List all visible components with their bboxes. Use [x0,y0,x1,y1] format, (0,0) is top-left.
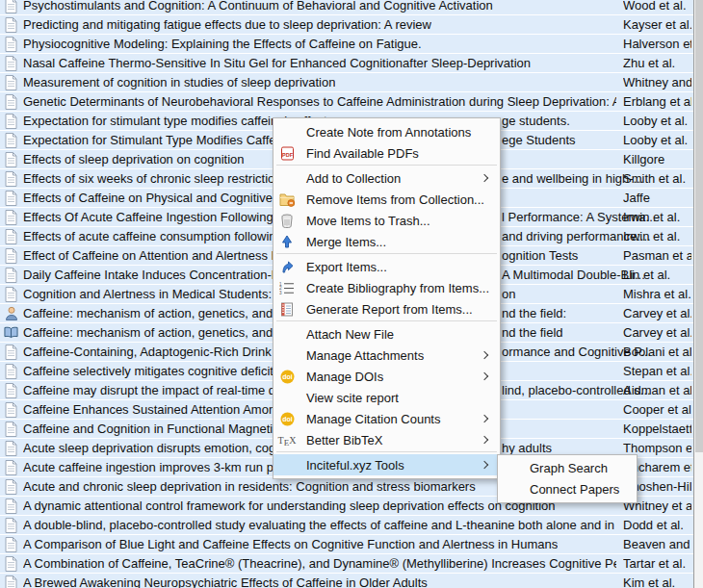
menu-item-attach-new-file[interactable]: Attach New File [273,323,500,345]
article-icon [4,287,18,302]
item-title-tail: ognition Tests [502,246,578,265]
item-creator: Carvey et al. [623,323,691,342]
item-title: Psychostimulants and Cognition: A Contin… [23,0,493,14]
menu-item-remove-items-from-collection[interactable]: Remove Items from Collection... [273,189,500,210]
list-item[interactable]: A Combination of Caffeine, TeaCrine® (Th… [0,554,693,573]
list-item[interactable]: Psychostimulants and Cognition: A Contin… [0,0,693,14]
article-icon [4,364,18,379]
article-icon [4,441,18,456]
article-icon [4,556,18,572]
submenu-arrow-icon [482,437,487,443]
item-creator: Looby et al. [623,112,691,130]
item-creator: Lin et al. [623,266,691,284]
item-title: Predicting and mitigating fatigue effect… [23,15,431,34]
doi-icon: doi [277,409,297,428]
menu-item-better-bibtex[interactable]: TEX Better BibTeX [273,429,500,450]
item-creator: Killgore [623,150,691,168]
menu-item-create-note-from-annotations[interactable]: Create Note from Annotations [273,121,500,142]
item-title: Measurement of cognition in studies of s… [23,73,335,91]
bibliography-icon: 123 [277,278,297,297]
item-creator: Jaffe [623,189,691,207]
article-icon [4,171,18,187]
no-icon [277,122,297,141]
item-creator: Carvey et al. [623,304,691,322]
item-creator: Dodd et al. [623,516,691,534]
article-icon [4,114,18,129]
list-item[interactable]: A double-blind, placebo-controlled study… [0,516,693,534]
article-icon [4,422,18,437]
article-icon [4,229,18,244]
no-icon [277,168,297,188]
report-icon [277,299,297,319]
menu-item-merge-items[interactable]: Merge Items... [273,231,500,252]
menu-item-move-items-to-trash[interactable]: Move Items to Trash... [273,210,500,231]
list-item[interactable]: Nasal Caffeine Thermo-Sensitive In Situ … [0,54,693,72]
item-title-tail: ege Students [502,131,576,149]
item-creator: Kayser et al. [623,15,691,34]
svg-text:3: 3 [279,291,282,294]
submenu-item-connect-papers[interactable]: Connect Papers [498,478,637,499]
person-icon [4,306,18,321]
item-title: Acute and chronic sleep deprivation in r… [23,477,476,496]
article-icon [4,268,18,283]
article-icon [4,402,18,418]
item-creator: Cooper et al. [623,400,691,419]
no-icon [277,324,297,344]
item-creator: Beaven and Ekström [623,535,691,553]
menu-item-manage-dois[interactable]: doi Manage DOIs [273,366,500,387]
submenu-arrow-icon [482,175,487,181]
book-icon [4,325,18,341]
list-item[interactable]: Measurement of cognition in studies of s… [0,73,693,91]
list-item[interactable]: Physiocognitive Modeling: Explaining the… [0,35,693,53]
list-item[interactable]: A Brewed Awakening Neuropsychiatric Effe… [0,574,693,588]
submenu-arrow-icon [482,416,487,422]
menu-item-manage-attachments[interactable]: Manage Attachments [273,345,500,366]
menu-item-find-available-pdfs[interactable]: PDF Find Available PDFs [273,142,500,164]
menu-item-view-scite-report[interactable]: View scite report [273,387,500,408]
no-icon [277,345,297,365]
list-item[interactable]: A Comparison of Blue Light and Caffeine … [0,535,693,553]
item-creator: Koppelstaetter et al. [623,420,691,438]
menu-item-add-to-collection[interactable]: Add to Collection [273,167,500,189]
item-title: Genetic Determinants of Neurobehavioral … [23,92,616,111]
item-creator: Wood et al. [623,0,691,14]
article-icon [4,56,18,71]
item-title: Acute sleep deprivation disrupts emotion… [23,439,305,457]
menu-item-manage-citation-counts[interactable]: doi Manage Citation Counts [273,408,500,429]
doi-icon: doi [277,367,297,386]
scrollbar-thumb[interactable] [695,0,703,452]
submenu-item-graph-search[interactable]: Graph Search [498,457,637,478]
item-creator: Zhu et al. [623,54,691,72]
article-icon [4,152,18,167]
item-title: Nasal Caffeine Thermo-Sensitive In Situ … [23,54,531,72]
list-item[interactable]: Predicting and mitigating fatigue effect… [0,15,693,34]
menu-item-generate-report-from-items[interactable]: Generate Report from Items... [273,298,500,320]
svg-text:doi: doi [282,416,293,422]
item-title: A Comparison of Blue Light and Caffeine … [23,535,558,553]
article-icon [4,17,18,33]
menu-item-inciteful-xyz-tools[interactable]: Inciteful.xyz Tools [273,454,500,475]
item-title-tail: nd the field: [502,304,566,322]
article-icon [4,537,18,552]
menu-item-create-bibliography-from-items[interactable]: 123 Create Bibliography from Items... [273,277,500,298]
no-icon [277,455,297,474]
item-title-tail: on [502,285,515,303]
article-icon [4,345,18,360]
item-creator: Mishra et al. [623,285,691,303]
no-icon [277,388,297,407]
submenu-arrow-icon [482,462,487,468]
article-icon [4,248,18,264]
item-title: A Combination of Caffeine, TeaCrine® (Th… [23,554,616,573]
export-icon [277,257,297,276]
article-icon [4,94,18,110]
menu-item-export-items[interactable]: Export Items... [273,256,500,277]
article-icon [4,75,18,90]
item-creator: Pasman et al. [623,246,691,265]
menu-separator [276,165,497,166]
svg-text:doi: doi [282,373,293,380]
item-creator: Irwin et al. [623,208,691,226]
item-creator: Irwin et al. [623,227,691,245]
item-creator: Looby et al. [623,131,691,149]
menu-separator [276,253,497,254]
list-item[interactable]: Genetic Determinants of Neurobehavioral … [0,92,693,111]
